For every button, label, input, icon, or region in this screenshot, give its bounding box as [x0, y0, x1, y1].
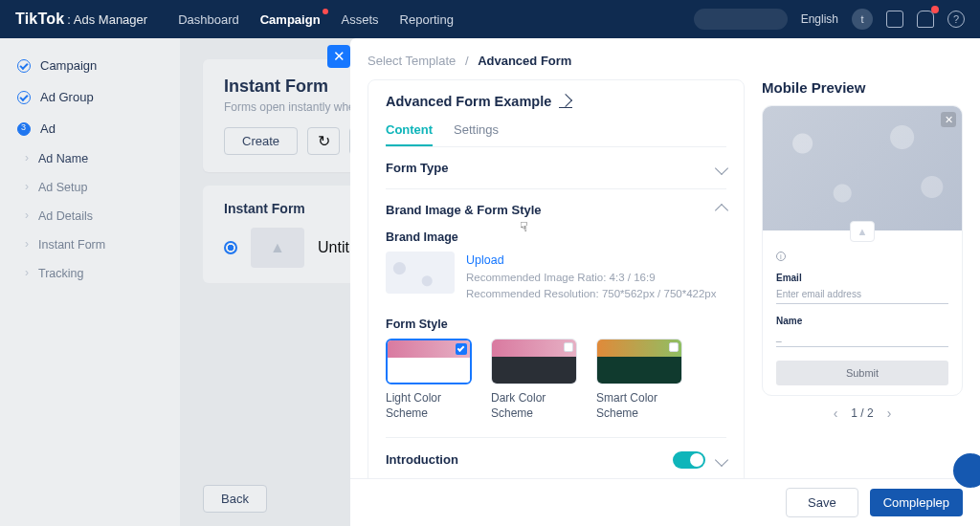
accordion-brand-image[interactable]: Brand Image & Form Style [386, 189, 726, 230]
radio-selected-icon[interactable] [224, 241, 237, 254]
breadcrumb-select-template[interactable]: Select Template [368, 54, 456, 68]
preview-submit-button[interactable]: Submit [776, 361, 948, 385]
preview-name-label: Name [776, 316, 948, 326]
checkmark-icon [456, 343, 467, 355]
style-option-dark[interactable]: Dark Color Scheme [491, 339, 577, 421]
check-icon [17, 91, 31, 104]
mobile-preview-title: Mobile Preview [762, 79, 963, 96]
step-ad[interactable]: Ad [0, 113, 180, 144]
breadcrumb: Select Template / Advanced Form [368, 54, 963, 68]
substep-ad-name[interactable]: Ad Name [0, 144, 180, 173]
help-icon[interactable]: ? [947, 11, 965, 28]
nav-campaign[interactable]: Campaign [260, 12, 321, 27]
image-placeholder-icon: ▲ [251, 228, 304, 268]
step-number-icon [17, 122, 31, 136]
notification-dot-icon [323, 9, 328, 14]
introduction-toggle[interactable] [673, 451, 705, 469]
preview-logo-placeholder-icon: ▲ [850, 221, 875, 242]
step-adgroup[interactable]: Ad Group [0, 81, 180, 113]
nav-assets[interactable]: Assets [342, 12, 379, 27]
complete-button[interactable]: Compleplep [870, 489, 963, 516]
nav-reporting[interactable]: Reporting [400, 12, 454, 27]
preview-close-icon[interactable]: ✕ [941, 112, 956, 127]
substep-tracking[interactable]: Tracking [0, 259, 180, 288]
edit-icon[interactable] [559, 95, 572, 108]
nav-dashboard[interactable]: Dashboard [178, 12, 239, 27]
pager-prev-icon[interactable]: ‹ [834, 405, 838, 421]
brand-suffix: : Ads Manager [67, 12, 147, 27]
account-switcher[interactable] [694, 9, 788, 30]
substep-instant-form[interactable]: Instant Form [0, 230, 180, 259]
pager-text: 1 / 2 [851, 406, 873, 420]
preview-email-label: Email [776, 273, 948, 283]
back-button[interactable]: Back [203, 485, 267, 513]
form-title: Advanced Form Example [386, 94, 551, 109]
hint-ratio: Recommended Image Ratio: 4:3 / 16:9 [466, 270, 717, 286]
accordion-introduction[interactable]: Introduction [386, 438, 726, 478]
bell-icon[interactable] [917, 11, 934, 28]
brand-image-label: Brand Image [386, 230, 726, 244]
brand-image-placeholder[interactable] [386, 252, 455, 294]
chevron-up-icon [715, 203, 728, 216]
pager-next-icon[interactable]: › [887, 405, 892, 421]
create-button[interactable]: Create [224, 127, 298, 155]
tab-content[interactable]: Content [386, 122, 433, 146]
avatar[interactable]: t [852, 9, 873, 30]
preview-pager: ‹ 1 / 2 › [762, 405, 963, 421]
panel-footer: Save Compleplep [350, 478, 980, 526]
app-header: TikTok : Ads Manager Dashboard Campaign … [0, 0, 980, 38]
language-selector[interactable]: English [801, 12, 838, 26]
accordion-form-type[interactable]: Form Type [386, 147, 726, 188]
help-fab[interactable] [953, 453, 980, 488]
save-button[interactable]: Save [786, 488, 858, 517]
brand-logo: TikTok [15, 11, 64, 28]
substep-ad-setup[interactable]: Ad Setup [0, 173, 180, 202]
preview-email-input[interactable]: Enter email address [776, 283, 948, 304]
form-editor-card: Advanced Form Example Content Settings F… [368, 79, 745, 478]
header-right: English t ? [694, 9, 965, 30]
hint-resolution: Recommended Resolution: 750*562px / 750*… [466, 286, 717, 302]
mobile-preview: ✕ ▲ i Email Enter email address Name _ S… [762, 105, 963, 396]
step-campaign[interactable]: Campaign [0, 50, 180, 81]
preview-name-input[interactable]: _ [776, 326, 948, 347]
chevron-down-icon [715, 161, 728, 174]
tab-settings[interactable]: Settings [454, 122, 499, 146]
upload-link[interactable]: Upload [466, 252, 717, 270]
info-icon: i [776, 252, 786, 261]
breadcrumb-current: Advanced Form [478, 54, 571, 68]
form-style-label: Form Style [386, 318, 726, 331]
step-sidebar: Campaign Ad Group Ad Ad Name Ad Setup Ad… [0, 38, 180, 526]
checkbox-icon [564, 342, 573, 352]
chevron-down-icon [715, 453, 728, 467]
close-panel-button[interactable]: ✕ [327, 45, 350, 68]
substep-ad-details[interactable]: Ad Details [0, 202, 180, 230]
refresh-button[interactable]: ↻ [307, 127, 340, 155]
top-nav: Dashboard Campaign Assets Reporting [178, 12, 454, 27]
briefcase-icon[interactable] [886, 11, 903, 28]
style-option-light[interactable]: Light Color Scheme [386, 339, 472, 421]
checkbox-icon [669, 342, 679, 352]
form-editor-panel: Select Template / Advanced Form Advanced… [350, 38, 980, 478]
style-option-smart[interactable]: Smart Color Scheme [596, 339, 682, 421]
check-icon [17, 59, 31, 73]
